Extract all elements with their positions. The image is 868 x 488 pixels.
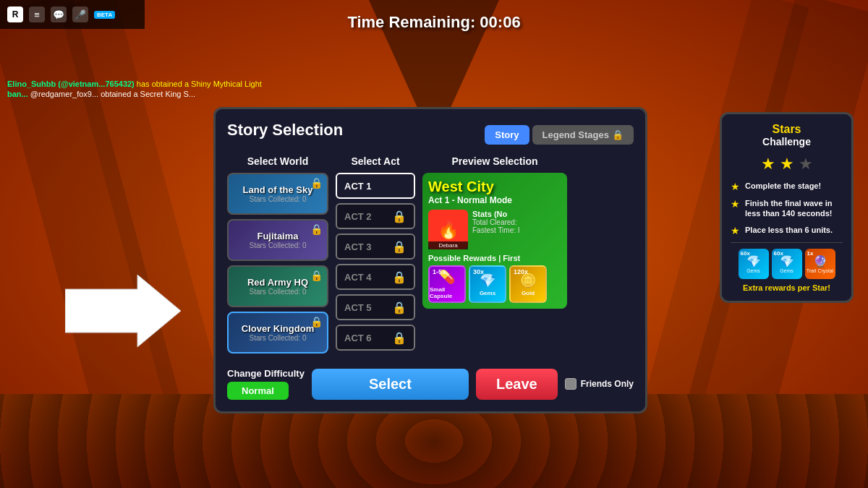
chat-icon[interactable]: 💬 — [51, 7, 67, 22]
extra-gems2-label: Gems — [780, 268, 793, 273]
act-4-btn[interactable]: ACT 4 🔒 — [336, 264, 415, 290]
lock-icon-act4: 🔒 — [392, 270, 407, 284]
leave-button[interactable]: Leave — [476, 369, 558, 400]
rewards-header: Possible Rewards | First — [428, 254, 561, 262]
extra-rewards-row: 60x 💎 Gems 60x 💎 Gems 1x 🔮 Trait Crystal — [731, 249, 843, 279]
columns-container: Select World Land of the Sky Stars Colle… — [227, 155, 634, 358]
chat-overlay: Elino_Suhbb (@vietnam...765432) has obta… — [7, 80, 262, 100]
difficulty-section: Change Difficulty Normal — [227, 368, 305, 400]
act-6-label: ACT 6 — [344, 333, 372, 343]
tab-story[interactable]: Story — [485, 125, 529, 145]
friends-only-section: Friends Only — [565, 378, 634, 390]
world-name-red: Red Army HQ — [247, 277, 308, 288]
tab-legend-label: Legend Stages — [542, 129, 609, 140]
preview-city-name: West City — [428, 179, 561, 195]
act-3-btn[interactable]: ACT 3 🔒 — [336, 234, 415, 260]
world-name-fuji: Fujitaima — [257, 231, 298, 241]
reward-gems-name: Gems — [480, 290, 495, 296]
menu-icon[interactable]: ≡ — [29, 7, 45, 22]
stats-title: Stats (No — [472, 210, 561, 218]
preview-character: 🔥 Debara — [428, 210, 468, 249]
roblox-logo: R — [7, 7, 23, 22]
friends-only-checkbox[interactable] — [565, 378, 576, 390]
stars-display: ★ ★ ★ — [731, 155, 843, 174]
world-column: Select World Land of the Sky Stars Colle… — [227, 155, 328, 358]
lock-icon-act6: 🔒 — [392, 331, 407, 345]
tab-legend[interactable]: Legend Stages 🔒 — [532, 125, 634, 145]
act-2-label: ACT 2 — [344, 211, 372, 222]
world-stars-clover: Stars Collected: 0 — [250, 334, 307, 342]
select-button[interactable]: Select — [312, 369, 469, 400]
panel-divider — [731, 242, 843, 243]
preview-act-mode: Act 1 - Normal Mode — [428, 195, 561, 205]
lock-icon-tab: 🔒 — [612, 129, 624, 140]
world-fujitaima[interactable]: Fujitaima Stars Collected: 0 🔒 — [227, 219, 328, 261]
world-clover[interactable]: Clover Kingdom Stars Collected: 0 🔒 — [227, 312, 328, 354]
stats-fastest: Fastest Time: I — [472, 226, 561, 234]
world-name-land: Land of the Sky — [243, 184, 313, 195]
act-column: Select Act ACT 1 ACT 2 🔒 ACT 3 🔒 ACT 4 🔒… — [336, 155, 415, 358]
world-col-header: Select World — [227, 155, 328, 167]
stars-panel-title: Stars — [731, 123, 843, 136]
stars-panel-subtitle: Challenge — [731, 136, 843, 147]
challenge-3: ★ Place less than 6 units. — [731, 225, 843, 236]
chat-text-2: @redgamer_fox9... obtained a Secret King… — [30, 90, 195, 98]
stars-challenge-panel: Stars Challenge ★ ★ ★ ★ Complete the sta… — [720, 112, 854, 303]
star-3: ★ — [799, 155, 813, 174]
preview-panel: West City Act 1 - Normal Mode 🔥 Debara S… — [422, 173, 567, 309]
challenge-text-3: Place less than 6 units. — [745, 225, 833, 235]
reward-capsule-name: Small Capsule — [430, 286, 464, 299]
extra-gems1-count: 60x — [741, 250, 750, 257]
extra-crystal-icon: 🔮 — [813, 254, 827, 268]
story-selection-dialog: Story Selection Story Legend Stages 🔒 Se… — [213, 107, 647, 414]
roblox-toolbar: R ≡ 💬 🎤 BETA — [0, 0, 145, 29]
challenge-star-1: ★ — [731, 181, 741, 192]
act-3-label: ACT 3 — [344, 241, 372, 252]
world-red-army[interactable]: Red Army HQ Stars Collected: 0 🔒 — [227, 265, 328, 307]
reward-gold-count: 120x — [514, 268, 528, 275]
extra-rewards-label: Extra rewards per Star! — [731, 283, 843, 292]
act-4-label: ACT 4 — [344, 272, 372, 283]
extra-crystal-label: Trait Crystal — [807, 268, 833, 273]
chat-name-1: Elino_Suhbb (@vietnam...765432) — [7, 80, 135, 88]
star-2: ★ — [780, 155, 794, 174]
stats-cleared: Total Cleared: — [472, 218, 561, 226]
extra-gems2-count: 60x — [774, 250, 783, 257]
world-stars-land: Stars Collected: 0 — [250, 195, 307, 203]
act-2-btn[interactable]: ACT 2 🔒 — [336, 203, 415, 229]
rewards-row: 1-5x 💊 Small Capsule 30x 💎 Gems 120x 🪙 G… — [428, 265, 561, 303]
world-land-sky[interactable]: Land of the Sky Stars Collected: 0 🔒 — [227, 173, 328, 215]
act-5-btn[interactable]: ACT 5 🔒 — [336, 294, 415, 320]
mic-icon[interactable]: 🎤 — [72, 7, 88, 22]
challenge-text-1: Complete the stage! — [745, 181, 821, 191]
act-1-btn[interactable]: ACT 1 — [336, 173, 415, 199]
preview-col-header: Preview Selection — [422, 155, 567, 167]
extra-reward-crystal: 1x 🔮 Trait Crystal — [805, 249, 835, 279]
reward-capsule: 1-5x 💊 Small Capsule — [428, 265, 466, 303]
challenge-1: ★ Complete the stage! — [731, 181, 843, 192]
friends-only-label: Friends Only — [581, 379, 634, 389]
extra-gems1-label: Gems — [746, 268, 760, 273]
time-remaining: Time Remaining: 00:06 — [347, 13, 520, 32]
dialog-title: Story Selection — [227, 121, 343, 140]
star-1: ★ — [761, 155, 775, 174]
preview-column: Preview Selection West City Act 1 - Norm… — [422, 155, 567, 358]
challenge-star-2: ★ — [731, 198, 741, 210]
act-1-label: ACT 1 — [344, 181, 372, 192]
difficulty-button[interactable]: Normal — [227, 382, 289, 400]
svg-marker-0 — [65, 275, 181, 347]
reward-gold-name: Gold — [522, 290, 535, 296]
reward-capsule-count: 1-5x — [433, 268, 446, 275]
chat-line-1: Elino_Suhbb (@vietnam...765432) has obta… — [7, 80, 262, 88]
chat-line-2: ban... @redgamer_fox9... obtained a Secr… — [7, 90, 262, 98]
world-name-clover: Clover Kingdom — [242, 323, 314, 334]
chat-text-1: has obtained a Shiny Mythical Light — [137, 80, 262, 88]
lock-icon-act5: 🔒 — [392, 301, 407, 314]
reward-gems-count: 30x — [473, 268, 484, 275]
act-col-header: Select Act — [336, 155, 415, 167]
lock-icon-act2: 🔒 — [392, 210, 407, 223]
extra-crystal-count: 1x — [807, 250, 814, 257]
act-6-btn[interactable]: ACT 6 🔒 — [336, 325, 415, 351]
lock-icon-clover: 🔒 — [310, 316, 323, 328]
char-name: Debara — [428, 241, 468, 249]
